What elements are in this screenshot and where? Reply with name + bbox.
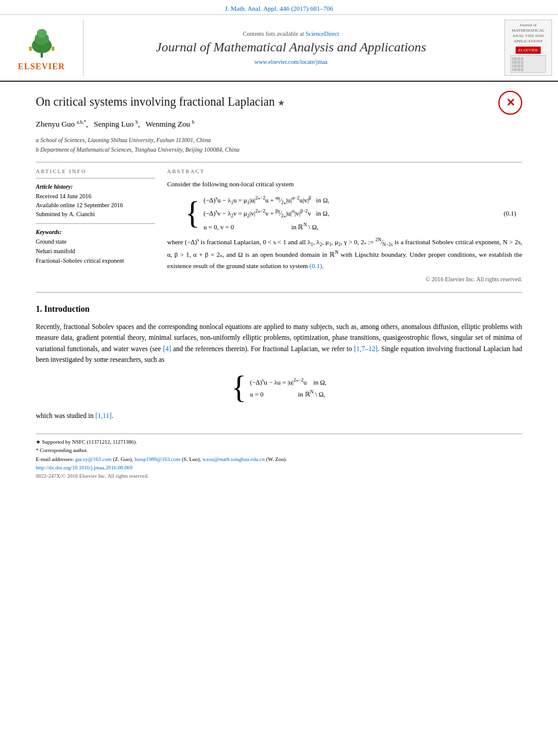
left-brace: { bbox=[185, 198, 200, 229]
eq-line-1: (−∆)su − λ1u = μ1|u|2*−2u + αγ⁄2*|u|α−2u… bbox=[204, 195, 329, 207]
footnote-asterisk: * Corresponding author. bbox=[36, 446, 522, 454]
equation-02-system: { (−∆)su − λu = |u|2*−2u in Ω, u = 0 in … bbox=[232, 372, 326, 403]
elsevier-tree-icon bbox=[15, 24, 69, 60]
email-2-name: (S. Luo), bbox=[182, 456, 201, 462]
email-3-link[interactable]: wzou@math.tsinghua.edu.cn bbox=[202, 456, 265, 462]
available-date: Available online 12 September 2016 bbox=[36, 201, 155, 210]
doi-line[interactable]: http://dx.doi.org/10.1016/j.jmaa.2016.08… bbox=[36, 463, 522, 472]
footnote-section: ★ Supported by NSFC (11371212, 11271386)… bbox=[36, 434, 522, 481]
title-row: On critical systems involving fractional… bbox=[36, 94, 522, 115]
equation-02-block: { (−∆)su − λu = |u|2*−2u in Ω, u = 0 in … bbox=[36, 372, 522, 403]
eq-line-3: u = 0, v = 0 in ℝN \ Ω, bbox=[204, 222, 329, 231]
cover-lines: ||||||||||||||||||||||||||||||||||||||||… bbox=[510, 55, 546, 73]
sciencedirect-link[interactable]: ScienceDirect bbox=[306, 30, 339, 37]
info-divider-mid bbox=[36, 223, 155, 224]
cover-mini-text: Journal ofMATHEMATICALANAL YSIS ANDAPPLI… bbox=[511, 23, 544, 44]
footnote-star-text: ★ Supported by NSFC (11371212, 11271386)… bbox=[36, 439, 137, 445]
article-info-heading: ARTICLE INFO bbox=[36, 168, 155, 174]
authors-line: Zhenyu Guo a,b,*, Senping Luo b, Wenming… bbox=[36, 119, 522, 129]
footnote-emails: E-mail addresses: gucz​y@163.com (Z. Guo… bbox=[36, 455, 522, 463]
cover-red-bar: ELSEVIER bbox=[516, 47, 540, 54]
issn-line: 0022-247X/© 2016 Elsevier Inc. All right… bbox=[36, 472, 522, 480]
info-abstract-section: ARTICLE INFO Article history: Received 1… bbox=[36, 168, 522, 282]
paper-body: On critical systems involving fractional… bbox=[0, 82, 558, 492]
paper-star: ★ bbox=[278, 99, 285, 107]
contents-label: Contents lists available at bbox=[243, 30, 304, 37]
divider-1 bbox=[36, 162, 522, 162]
equation-system: { (−∆)su − λ1u = μ1|u|2*−2u + αγ⁄2*|u|α−… bbox=[185, 195, 329, 231]
journal-banner: ELSEVIER Contents lists available at Sci… bbox=[0, 15, 558, 82]
email-1-link[interactable]: gucz​y@163.com bbox=[75, 456, 112, 462]
journal-main-title: Journal of Mathematical Analysis and App… bbox=[156, 39, 426, 56]
left-brace-2: { bbox=[232, 372, 246, 403]
keywords-label: Keywords: bbox=[36, 229, 155, 235]
footnote-asterisk-text: * Corresponding author. bbox=[36, 447, 88, 453]
copyright-line: © 2016 Elsevier Inc. All rights reserved… bbox=[167, 276, 522, 282]
keyword-2: Nehari manifold bbox=[36, 247, 155, 256]
affiliation-b: b Department of Mathematical Sciences, T… bbox=[36, 145, 522, 155]
after-equation-text: which was studied in [1,11]. bbox=[36, 410, 522, 421]
received-date: Received 14 June 2016 bbox=[36, 192, 155, 201]
abstract-column: ABSTRACT Consider the following non-loca… bbox=[167, 168, 522, 282]
journal-title-block: Contents lists available at ScienceDirec… bbox=[84, 20, 498, 76]
svg-point-3 bbox=[36, 29, 47, 38]
divider-2 bbox=[36, 292, 522, 293]
footnote-star: ★ Supported by NSFC (11371212, 11271386)… bbox=[36, 438, 522, 446]
paper-title: On critical systems involving fractional… bbox=[36, 94, 285, 109]
affiliations: a School of Sciences, Liaoning Shihua Un… bbox=[36, 136, 522, 155]
svg-rect-5 bbox=[51, 47, 54, 51]
keyword-3: Fractional–Sobolev critical exponent bbox=[36, 256, 155, 266]
email-3-name: (W. Zou). bbox=[266, 456, 287, 462]
submitted-by: Submitted by A. Cianchi bbox=[36, 210, 155, 219]
abstract-intro: Consider the following non-local critica… bbox=[167, 179, 522, 189]
journal-url-text[interactable]: www.elsevier.com/locate/jmaa bbox=[254, 59, 328, 65]
ref-1-11-link[interactable]: [1,11] bbox=[95, 412, 112, 419]
journal-url[interactable]: www.elsevier.com/locate/jmaa bbox=[254, 59, 328, 65]
equation-02-lines: (−∆)su − λu = |u|2*−2u in Ω, u = 0 in ℝN… bbox=[250, 377, 326, 398]
email-2-link[interactable]: lnosp1989@163.com bbox=[134, 456, 180, 462]
introduction-heading: 1. Introduction bbox=[36, 305, 522, 314]
paper-title-text: On critical systems involving fractional… bbox=[36, 95, 275, 108]
ref-1-7-12-link[interactable]: [1,7–12] bbox=[354, 345, 377, 352]
eq-line-2: (−∆)sv − λ2v = μ2|v|2*−2v + βγ⁄2*|u|α|v|… bbox=[204, 208, 329, 220]
journal-cover-thumbnail: Journal ofMATHEMATICALANAL YSIS ANDAPPLI… bbox=[504, 20, 552, 76]
keyword-1: Ground state bbox=[36, 237, 155, 247]
abstract-where-text: where (−∆)s is fractional Laplacian, 0 <… bbox=[167, 236, 522, 271]
equation-lines: (−∆)su − λ1u = μ1|u|2*−2u + αγ⁄2*|u|α−2u… bbox=[204, 195, 329, 231]
elsevier-logo-block: ELSEVIER bbox=[6, 20, 84, 76]
abstract-heading: ABSTRACT bbox=[167, 168, 522, 174]
ref-01-link[interactable]: (0.1) bbox=[310, 262, 322, 269]
eq2-line-1: (−∆)su − λu = |u|2*−2u in Ω, bbox=[250, 377, 326, 386]
doi-text[interactable]: http://dx.doi.org/10.1016/j.jmaa.2016.08… bbox=[36, 465, 132, 471]
elsevier-brand-text: ELSEVIER bbox=[18, 62, 65, 72]
email-1-name: (Z. Guo), bbox=[113, 456, 133, 462]
eq2-line-2: u = 0 in ℝN \ Ω, bbox=[250, 389, 326, 398]
crossmark-icon[interactable]: ✕ bbox=[498, 91, 522, 115]
article-info-column: ARTICLE INFO Article history: Received 1… bbox=[36, 168, 155, 282]
journal-citation: J. Math. Anal. Appl. 446 (2017) 681–706 bbox=[0, 0, 558, 15]
email-label: E-mail addresses: bbox=[36, 456, 74, 462]
history-label: Article history: bbox=[36, 183, 155, 190]
info-divider-top bbox=[36, 178, 155, 179]
contents-line: Contents lists available at ScienceDirec… bbox=[243, 30, 339, 37]
ref-4-link[interactable]: [4] bbox=[163, 345, 171, 352]
svg-rect-4 bbox=[29, 47, 32, 51]
equation-01-block: { (−∆)su − λ1u = μ1|u|2*−2u + αγ⁄2*|u|α−… bbox=[167, 195, 522, 231]
affiliation-a: a School of Sciences, Liaoning Shihua Un… bbox=[36, 136, 522, 145]
intro-paragraph-1: Recently, fractional Sobolev spaces and … bbox=[36, 321, 522, 365]
citation-text: J. Math. Anal. Appl. 446 (2017) 681–706 bbox=[225, 5, 334, 12]
equation-number-01: (0.1) bbox=[504, 210, 516, 217]
